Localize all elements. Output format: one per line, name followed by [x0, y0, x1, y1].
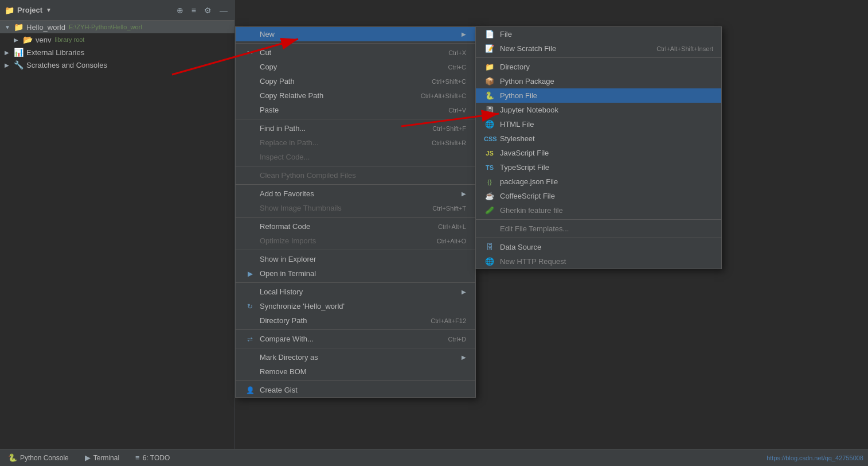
tree-item-external-libraries[interactable]: ▶ 📊 External Libraries [0, 46, 234, 59]
menu-item-reformat-code[interactable]: Reformat Code Ctrl+Alt+L [236, 219, 475, 234]
submenu-item-directory[interactable]: 📁 Directory [476, 60, 721, 74]
menu-item-paste[interactable]: Paste Ctrl+V [236, 103, 475, 117]
status-todo[interactable]: ≡ 6: TODO [132, 452, 173, 463]
python-package-icon: 📦 [484, 77, 495, 86]
submenu-item-javascript[interactable]: JS JavaScript File [476, 146, 721, 160]
file-icon: 📄 [484, 30, 495, 38]
tree-arrow-hello-world: ▼ [5, 24, 11, 30]
locate-file-button[interactable]: ⊕ [174, 5, 186, 16]
tree-item-venv[interactable]: ▶ 📂 venv library root [0, 33, 234, 46]
submenu-item-coffeescript[interactable]: ☕ CoffeeScript File [476, 189, 721, 203]
menu-item-replace-label: Replace in Path... [260, 138, 420, 147]
cut-shortcut: Ctrl+X [448, 49, 466, 56]
todo-label: 6: TODO [143, 454, 170, 462]
terminal-icon: ▶ [245, 270, 255, 278]
separator-10 [236, 380, 475, 381]
menu-item-show-explorer[interactable]: Show in Explorer [236, 252, 475, 266]
menu-item-copy-relative-path[interactable]: Copy Relative Path Ctrl+Alt+Shift+C [236, 88, 475, 103]
python-console-icon: 🐍 [8, 453, 17, 462]
optimize-shortcut: Ctrl+Alt+O [437, 238, 466, 244]
submenu-item-file-label: File [500, 30, 713, 38]
mark-directory-arrow-icon: ▶ [462, 354, 466, 360]
menu-item-cut[interactable]: ✂ Cut Ctrl+X [236, 45, 475, 60]
submenu-item-new-scratch-file[interactable]: 📝 New Scratch File Ctrl+Alt+Shift+Insert [476, 41, 721, 56]
copy-path-shortcut: Ctrl+Shift+C [432, 78, 466, 85]
menu-item-new-label: New [260, 30, 457, 38]
submenu-item-datasource-label: Data Source [500, 243, 713, 251]
menu-item-copy-path[interactable]: Copy Path Ctrl+Shift+C [236, 74, 475, 88]
gherkin-icon: 🥒 [484, 206, 495, 215]
menu-item-mark-directory-label: Mark Directory as [260, 353, 457, 362]
submenu-item-package-json[interactable]: {} package.json File [476, 174, 721, 189]
settings-button[interactable]: ⚙ [202, 5, 214, 16]
menu-item-paste-label: Paste [260, 106, 437, 114]
submenu-item-package-json-label: package.json File [500, 177, 713, 186]
thumbnails-shortcut: Ctrl+Shift+T [432, 205, 466, 212]
tree-arrow-venv: ▶ [14, 37, 21, 43]
close-sidebar-button[interactable]: — [217, 5, 230, 16]
external-libraries-icon: 📊 [14, 48, 24, 57]
project-name-label: Hello_world [26, 23, 65, 32]
status-python-console[interactable]: 🐍 Python Console [5, 452, 72, 463]
menu-item-local-history[interactable]: Local History ▶ [236, 285, 475, 299]
submenu-item-scratch-label: New Scratch File [500, 44, 656, 53]
sidebar-toolbar: ⊕ ≡ ⚙ — [174, 5, 230, 16]
menu-item-create-gist-label: Create Gist [260, 386, 466, 394]
menu-item-new[interactable]: New ▶ [236, 27, 475, 41]
menu-item-find-in-path[interactable]: Find in Path... Ctrl+Shift+F [236, 121, 475, 135]
external-libraries-label: External Libraries [26, 48, 84, 57]
submenu-item-python-file[interactable]: 🐍 Python File [476, 88, 721, 103]
menu-item-copy[interactable]: Copy Ctrl+C [236, 60, 475, 74]
collapse-all-button[interactable]: ≡ [189, 5, 198, 16]
submenu-item-data-source[interactable]: 🗄 Data Source [476, 240, 721, 254]
menu-item-compare-with-label: Compare With... [260, 335, 437, 343]
menu-item-create-gist[interactable]: 👤 Create Gist [236, 383, 475, 397]
submenu-item-coffeescript-label: CoffeeScript File [500, 192, 713, 200]
submenu-item-typescript[interactable]: TS TypeScript File [476, 160, 721, 174]
separator-4 [236, 184, 475, 185]
status-terminal[interactable]: ▶ Terminal [81, 452, 123, 463]
css-icon: CSS [484, 135, 495, 142]
menu-item-compare-with[interactable]: ⇌ Compare With... Ctrl+D [236, 332, 475, 346]
submenu-item-python-package-label: Python Package [500, 77, 713, 86]
copy-relative-path-shortcut: Ctrl+Alt+Shift+C [421, 92, 466, 99]
directory-icon: 📁 [484, 63, 495, 71]
submenu-item-python-package[interactable]: 📦 Python Package [476, 74, 721, 88]
menu-item-directory-path[interactable]: Directory Path Ctrl+Alt+F12 [236, 313, 475, 328]
status-url[interactable]: https://blog.csdn.net/qq_42755008 [767, 455, 863, 461]
submenu-item-edit-templates-label: Edit File Templates... [500, 224, 713, 233]
venv-icon: 📂 [23, 35, 33, 44]
menu-item-clean-python: Clean Python Compiled Files [236, 168, 475, 182]
menu-item-inspect-label: Inspect Code... [260, 153, 466, 161]
datasource-icon: 🗄 [484, 243, 495, 251]
submenu-item-html-file[interactable]: 🌐 HTML File [476, 117, 721, 131]
menu-item-mark-directory[interactable]: Mark Directory as ▶ [236, 350, 475, 364]
menu-item-thumbnails-label: Show Image Thumbnails [260, 204, 421, 212]
menu-item-remove-bom[interactable]: Remove BOM [236, 364, 475, 379]
terminal-label: Terminal [93, 454, 119, 462]
submenu-item-file[interactable]: 📄 File [476, 27, 721, 41]
submenu-item-python-file-label: Python File [500, 91, 713, 100]
submenu-separator-3 [476, 238, 721, 238]
submenu-item-stylesheet[interactable]: CSS Stylesheet [476, 131, 721, 146]
submenu-item-stylesheet-label: Stylesheet [500, 134, 713, 143]
http-icon: 🌐 [484, 257, 495, 266]
menu-item-open-terminal-label: Open in Terminal [260, 269, 466, 278]
submenu-item-jupyter-label: Jupyter Notebook [500, 106, 713, 114]
tree-item-hello-world[interactable]: ▼ 📁 Hello_world E:\ZYH-Python\Hello_worl [0, 21, 234, 33]
menu-item-add-favorites[interactable]: Add to Favorites ▶ [236, 187, 475, 201]
sidebar-dropdown-arrow[interactable]: ▼ [46, 7, 52, 13]
tree-item-scratches[interactable]: ▶ 🔧 Scratches and Consoles [0, 59, 234, 71]
separator-6 [236, 250, 475, 250]
scratch-file-icon: 📝 [484, 44, 495, 53]
menu-item-local-history-label: Local History [260, 288, 457, 296]
submenu-item-jupyter[interactable]: 📓 Jupyter Notebook [476, 103, 721, 117]
menu-item-open-terminal[interactable]: ▶ Open in Terminal [236, 266, 475, 281]
separator-1 [236, 43, 475, 44]
jupyter-icon: 📓 [484, 106, 495, 114]
menu-item-synchronize[interactable]: ↻ Synchronize 'Hello_world' [236, 299, 475, 313]
venv-sublabel: library root [54, 36, 84, 43]
sidebar-title: Project [17, 6, 42, 14]
submenu-item-http-label: New HTTP Request [500, 257, 713, 266]
html-icon: 🌐 [484, 120, 495, 129]
